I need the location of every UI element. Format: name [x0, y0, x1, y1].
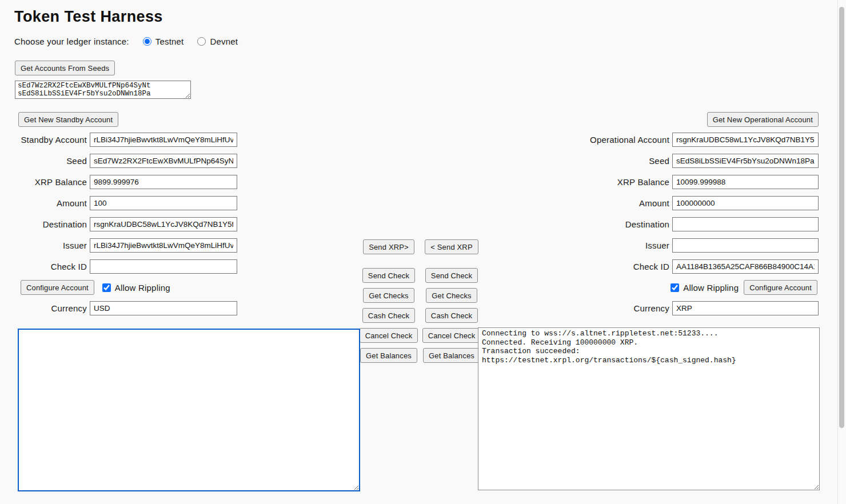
standby-amount-input[interactable] [90, 196, 237, 210]
standby-currency-row: Currency [15, 301, 255, 315]
standby-send-xrp-button[interactable]: Send XRP> [363, 239, 414, 254]
standby-issuer-input[interactable] [90, 238, 237, 253]
standby-configure-row: Configure Account Allow Rippling [15, 280, 255, 295]
operational-issuer-input[interactable] [672, 238, 819, 253]
standby-get-checks-button[interactable]: Get Checks [363, 288, 414, 303]
standby-currency-input[interactable] [90, 301, 237, 315]
operational-currency-label: Currency [577, 303, 672, 313]
standby-destination-label: Destination [15, 219, 90, 229]
standby-seed-row: Seed [15, 154, 255, 168]
operational-configure-row: Allow Rippling Configure Account [573, 280, 819, 295]
testnet-radio-label[interactable]: Testnet [155, 37, 184, 46]
operational-xrp-balance-label: XRP Balance [577, 177, 672, 187]
middle-action-buttons: Send XRP> < Send XRP Send Check Send Che… [361, 239, 480, 368]
operational-send-check-button[interactable]: Send Check [425, 268, 478, 283]
operational-seed-input[interactable] [672, 154, 819, 168]
standby-get-balances-button[interactable]: Get Balances [360, 348, 417, 363]
standby-account-label: Standby Account [15, 135, 90, 145]
operational-check-id-label: Check ID [577, 262, 672, 271]
standby-account-row: Standby Account [15, 133, 255, 147]
operational-destination-input[interactable] [672, 217, 819, 231]
standby-seed-input[interactable] [90, 154, 237, 168]
operational-account-label: Operational Account [577, 135, 672, 145]
standby-cash-check-button[interactable]: Cash Check [362, 308, 415, 323]
devnet-radio[interactable] [197, 37, 206, 46]
standby-destination-input[interactable] [90, 217, 237, 231]
operational-amount-label: Amount [577, 198, 672, 208]
standby-xrp-balance-row: XRP Balance [15, 175, 255, 189]
operational-seed-label: Seed [577, 156, 672, 166]
standby-send-check-button[interactable]: Send Check [362, 268, 415, 283]
standby-destination-row: Destination [15, 217, 255, 231]
standby-account-input[interactable] [90, 133, 237, 147]
get-accounts-from-seeds-button[interactable]: Get Accounts From Seeds [15, 61, 115, 75]
ledger-instance-row: Choose your ledger instance: Testnet Dev… [14, 37, 238, 46]
testnet-radio-group: Testnet [143, 37, 184, 46]
standby-allow-rippling-checkbox[interactable] [102, 283, 111, 292]
standby-check-id-input[interactable] [90, 259, 237, 274]
devnet-radio-label[interactable]: Devnet [210, 37, 238, 46]
standby-configure-account-button[interactable]: Configure Account [21, 280, 94, 295]
operational-seed-row: Seed [573, 154, 819, 168]
standby-currency-label: Currency [15, 303, 90, 313]
operational-xrp-balance-input[interactable] [672, 175, 819, 189]
standby-amount-row: Amount [15, 196, 255, 210]
standby-check-id-row: Check ID [15, 259, 255, 274]
seeds-textarea[interactable] [15, 81, 191, 99]
standby-allow-rippling-label[interactable]: Allow Rippling [115, 283, 170, 293]
operational-cash-check-button[interactable]: Cash Check [425, 308, 478, 323]
ledger-instance-label: Choose your ledger instance: [14, 37, 129, 46]
operational-amount-input[interactable] [672, 196, 819, 210]
operational-issuer-label: Issuer [577, 241, 672, 250]
operational-get-checks-button[interactable]: Get Checks [426, 288, 477, 303]
operational-send-xrp-button[interactable]: < Send XRP [425, 239, 478, 254]
operational-amount-row: Amount [573, 196, 819, 210]
operational-results-textarea[interactable] [478, 327, 820, 490]
devnet-radio-group: Devnet [197, 37, 238, 46]
operational-destination-label: Destination [577, 219, 672, 229]
operational-issuer-row: Issuer [573, 238, 819, 253]
operational-check-id-row: Check ID [573, 259, 819, 274]
operational-account-input[interactable] [672, 133, 819, 147]
operational-configure-account-button[interactable]: Configure Account [744, 280, 817, 295]
standby-seed-label: Seed [15, 156, 90, 166]
standby-cancel-check-button[interactable]: Cancel Check [360, 328, 418, 343]
operational-get-balances-button[interactable]: Get Balances [423, 348, 480, 363]
testnet-radio[interactable] [143, 37, 151, 46]
operational-account-row: Operational Account [573, 133, 819, 147]
get-new-operational-account-button[interactable]: Get New Operational Account [707, 112, 819, 127]
operational-destination-row: Destination [573, 217, 819, 231]
standby-account-form: Get New Standby Account Standby Account … [15, 112, 255, 322]
standby-issuer-row: Issuer [15, 238, 255, 253]
standby-check-id-label: Check ID [15, 262, 90, 271]
operational-xrp-balance-row: XRP Balance [573, 175, 819, 189]
operational-check-id-input[interactable] [672, 259, 819, 274]
get-new-standby-account-button[interactable]: Get New Standby Account [18, 112, 118, 127]
operational-allow-rippling-checkbox[interactable] [671, 283, 679, 292]
standby-amount-label: Amount [15, 198, 90, 208]
scrollbar-thumb[interactable] [839, 7, 844, 428]
operational-cancel-check-button[interactable]: Cancel Check [422, 328, 481, 343]
standby-results-textarea[interactable] [18, 329, 360, 491]
operational-currency-row: Currency [573, 301, 819, 315]
operational-currency-input[interactable] [672, 301, 819, 315]
operational-allow-rippling-label[interactable]: Allow Rippling [683, 283, 739, 293]
standby-xrp-balance-label: XRP Balance [15, 177, 90, 187]
standby-xrp-balance-input[interactable] [90, 175, 237, 189]
operational-account-form: Get New Operational Account Operational … [573, 112, 819, 322]
header: Token Test Harness Choose your ledger in… [14, 8, 238, 46]
page-title: Token Test Harness [14, 8, 238, 26]
standby-issuer-label: Issuer [15, 241, 90, 250]
